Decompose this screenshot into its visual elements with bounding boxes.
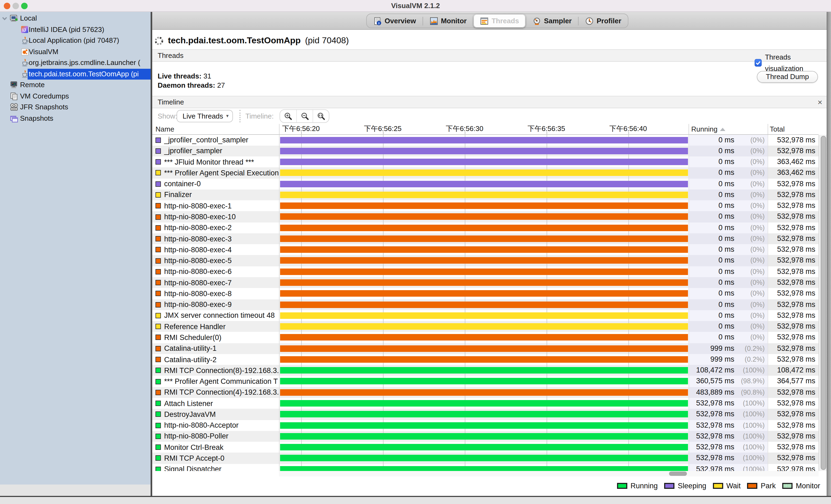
sidebar-item-local-application-pid-70487[interactable]: Local Application (pid 70487) xyxy=(0,35,151,46)
zoom-out-button[interactable] xyxy=(296,110,313,122)
thread-row[interactable]: DestroyJavaVM532,978 ms(100%)532,978 ms xyxy=(152,409,819,420)
thread-timeline-cell xyxy=(279,420,688,431)
thread-state-bar xyxy=(280,137,688,143)
running-time: 0 ms xyxy=(718,222,734,233)
thread-name: http-nio-8080-exec-3 xyxy=(164,235,232,243)
thread-row[interactable]: *** Profiler Agent Communication T360,57… xyxy=(152,376,819,387)
threads-icon xyxy=(480,17,489,25)
thread-row[interactable]: Reference Handler0 ms(0%)532,978 ms xyxy=(152,321,819,332)
tab-profiler[interactable]: Profiler xyxy=(579,14,628,28)
total-time: 532,978 ms xyxy=(777,200,815,211)
thread-row[interactable]: http-nio-8080-exec-60 ms(0%)532,978 ms xyxy=(152,266,819,277)
thread-row[interactable]: http-nio-8080-exec-100 ms(0%)532,978 ms xyxy=(152,211,819,223)
running-time: 532,978 ms xyxy=(696,464,734,471)
thread-row[interactable]: http-nio-8080-exec-10 ms(0%)532,978 ms xyxy=(152,200,819,211)
legend-item-sleeping: Sleeping xyxy=(664,481,706,490)
thread-state-bar xyxy=(280,313,688,319)
thread-row[interactable]: Catalina-utility-1999 ms(0.2%)532,978 ms xyxy=(152,343,819,354)
thread-row[interactable]: http-nio-8080-exec-40 ms(0%)532,978 ms xyxy=(152,244,819,255)
thread-name-cell: _jprofiler_control_sampler xyxy=(152,135,279,146)
thread-state-legend: RunningSleepingWaitParkMonitor xyxy=(617,480,820,492)
column-header-running[interactable]: Running xyxy=(691,124,717,134)
tab-label: Monitor xyxy=(441,17,467,25)
thread-dump-button[interactable]: Thread Dump xyxy=(757,71,818,83)
sidebar-item-jfr-snapshots[interactable]: JFR Snapshots xyxy=(0,102,151,113)
thread-row[interactable]: RMI TCP Accept-0532,978 ms(100%)532,978 … xyxy=(152,453,819,464)
table-scrollbar-thumb[interactable] xyxy=(821,136,826,470)
thread-state-bar xyxy=(280,158,688,165)
thread-row[interactable]: http-nio-8080-exec-30 ms(0%)532,978 ms xyxy=(152,233,819,244)
thread-row[interactable]: _jprofiler_sampler0 ms(0%)532,978 ms xyxy=(152,146,819,157)
show-threads-dropdown[interactable]: Live Threads ▾ xyxy=(177,110,233,122)
timeline-toolbar: Show: Live Threads ▾ Timeline: xyxy=(152,108,827,124)
timeline-horizontal-scrollbar[interactable] xyxy=(279,471,819,476)
sidebar-item-vm-coredumps[interactable]: VM Coredumps xyxy=(0,91,151,102)
thread-row[interactable]: RMI Scheduler(0)0 ms(0%)532,978 ms xyxy=(152,332,819,343)
total-time: 532,978 ms xyxy=(777,135,815,146)
thread-row[interactable]: http-nio-8080-exec-50 ms(0%)532,978 ms xyxy=(152,255,819,266)
thread-row[interactable]: http-nio-8080-exec-90 ms(0%)532,978 ms xyxy=(152,299,819,310)
sidebar-item-local[interactable]: Local xyxy=(0,13,151,24)
thread-state-swatch xyxy=(155,148,161,154)
thread-state-swatch xyxy=(155,137,161,143)
thread-timeline-cell xyxy=(279,288,688,299)
close-icon[interactable]: × xyxy=(818,96,822,108)
thread-state-bar xyxy=(280,433,688,440)
computer-icon xyxy=(10,14,19,23)
thread-name-cell: Finalizer xyxy=(152,189,279,201)
thread-timeline-cell xyxy=(279,168,688,179)
column-header-name[interactable]: Name xyxy=(155,124,174,134)
sidebar-item-org-jetbrains-jps-cmdline-launcher[interactable]: org.jetbrains.jps.cmdline.Launcher ( xyxy=(0,57,151,68)
thread-row[interactable]: _jprofiler_control_sampler0 ms(0%)532,97… xyxy=(152,135,819,146)
thread-row[interactable]: JMX server connection timeout 480 ms(0%)… xyxy=(152,310,819,321)
thread-row[interactable]: Attach Listener532,978 ms(100%)532,978 m… xyxy=(152,398,819,409)
thread-row[interactable]: http-nio-8080-exec-70 ms(0%)532,978 ms xyxy=(152,277,819,288)
running-percent: (100%) xyxy=(743,431,765,442)
tab-monitor[interactable]: Monitor xyxy=(423,14,473,28)
thread-row[interactable]: *** JFluid Monitor thread ***0 ms(0%)363… xyxy=(152,156,819,168)
running-percent: (0%) xyxy=(750,168,765,179)
legend-swatch xyxy=(713,483,723,488)
zoom-in-button[interactable] xyxy=(280,110,296,122)
thread-row[interactable]: *** Profiler Agent Special Execution0 ms… xyxy=(152,168,819,179)
thread-total-cell: 532,978 ms xyxy=(767,222,819,233)
thread-total-cell: 532,978 ms xyxy=(767,288,819,299)
timeline-scrollbar-thumb[interactable] xyxy=(669,472,687,476)
thread-row[interactable]: container-00 ms(0%)532,978 ms xyxy=(152,178,819,189)
running-time: 999 ms xyxy=(710,354,734,365)
sidebar-item-tech-pdai-test-oom-testoomapp-pi[interactable]: tech.pdai.test.oom.TestOomApp (pi xyxy=(0,68,151,80)
chevron-down-icon[interactable] xyxy=(2,16,7,22)
sidebar-item-snapshots[interactable]: Snapshots xyxy=(0,113,151,124)
thread-name-cell: http-nio-8080-exec-6 xyxy=(152,266,279,277)
thread-row[interactable]: http-nio-8080-Poller532,978 ms(100%)532,… xyxy=(152,431,819,442)
running-percent: (100%) xyxy=(743,442,765,453)
thread-timeline-cell xyxy=(279,464,688,471)
tab-threads[interactable]: Threads xyxy=(474,14,525,28)
tab-sampler[interactable]: Sampler xyxy=(526,14,578,28)
thread-state-bar xyxy=(280,422,688,428)
thread-row[interactable]: Signal Dispatcher532,978 ms(100%)532,978… xyxy=(152,464,819,471)
thread-row[interactable]: http-nio-8080-Acceptor532,978 ms(100%)53… xyxy=(152,420,819,431)
thread-running-cell: 108,472 ms(100%) xyxy=(688,365,767,376)
column-divider xyxy=(767,124,768,134)
thread-row[interactable]: http-nio-8080-exec-80 ms(0%)532,978 ms xyxy=(152,288,819,299)
tab-overview[interactable]: iOverview xyxy=(367,14,423,28)
thread-row[interactable]: Monitor Ctrl-Break532,978 ms(100%)532,97… xyxy=(152,442,819,453)
sidebar-item-visualvm[interactable]: VisualVM xyxy=(0,46,151,57)
thread-total-cell: 532,978 ms xyxy=(767,299,819,310)
thread-state-swatch xyxy=(155,203,161,208)
total-time: 532,978 ms xyxy=(777,420,815,431)
column-header-total[interactable]: Total xyxy=(770,124,785,134)
tab-label: Threads xyxy=(492,17,519,25)
sidebar-item-intellij-idea-pid-57623[interactable]: IJIntelliJ IDEA (pid 57623) xyxy=(0,24,151,35)
sidebar-item-remote[interactable]: Remote xyxy=(0,80,151,91)
table-vertical-scrollbar[interactable] xyxy=(819,135,827,471)
zoom-fit-button[interactable] xyxy=(313,110,329,122)
thread-row[interactable]: Finalizer0 ms(0%)532,978 ms xyxy=(152,189,819,201)
checkbox-checked-icon[interactable] xyxy=(755,59,762,67)
thread-row[interactable]: RMI TCP Connection(4)-192.168.3.483,889 … xyxy=(152,387,819,398)
thread-row[interactable]: http-nio-8080-exec-20 ms(0%)532,978 ms xyxy=(152,222,819,233)
thread-row[interactable]: Catalina-utility-2999 ms(0.2%)532,978 ms xyxy=(152,354,819,365)
total-time: 532,978 ms xyxy=(777,266,815,277)
thread-row[interactable]: RMI TCP Connection(8)-192.168.3.108,472 … xyxy=(152,365,819,376)
